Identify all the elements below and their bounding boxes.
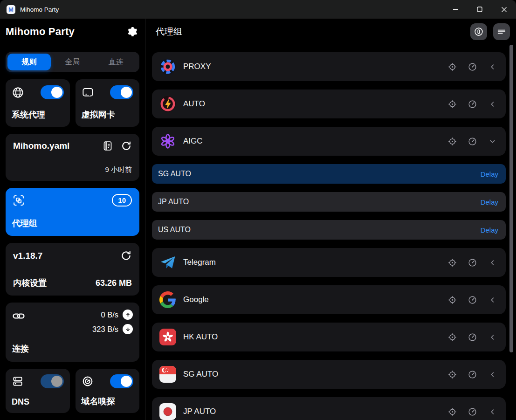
group-row-hk-auto[interactable]: HK AUTO <box>152 323 506 351</box>
proxy-node-name: SG AUTO <box>158 170 191 178</box>
locate-node-button[interactable] <box>447 332 457 342</box>
circled-zero-icon <box>474 27 484 37</box>
group-row-telegram[interactable]: Telegram <box>152 248 506 277</box>
expand-collapse-button[interactable] <box>487 136 497 146</box>
core-settings-label: 内核设置 <box>13 277 47 289</box>
core-settings-card[interactable]: v1.18.7 内核设置 63.26 MB <box>6 243 139 296</box>
sidebar-body: 规则 全局 直连 系统代理 <box>6 45 139 413</box>
speedometer-icon <box>468 62 477 72</box>
proxy-node-sg-auto[interactable]: SG AUTO Delay <box>152 164 506 184</box>
google-icon <box>159 291 176 308</box>
gear-icon <box>126 26 138 37</box>
tab-rule[interactable]: 规则 <box>7 54 51 70</box>
proxy-node-us-auto[interactable]: US AUTO Delay <box>152 220 506 240</box>
system-proxy-card[interactable]: 系统代理 <box>6 79 70 127</box>
sniffer-toggle[interactable] <box>110 374 133 388</box>
core-refresh-icon[interactable] <box>120 250 132 262</box>
sniffer-card[interactable]: 域名嗅探 <box>76 369 140 413</box>
group-row-auto[interactable]: AUTO <box>152 90 506 118</box>
delay-test-button[interactable] <box>467 369 477 379</box>
crosshair-icon <box>447 137 457 146</box>
core-memory-value: 63.26 MB <box>96 278 132 288</box>
delay-test-button[interactable] <box>467 136 477 146</box>
expand-collapse-button[interactable] <box>487 369 497 379</box>
titlebar-title: Mihomo Party <box>20 6 59 13</box>
profile-document-icon[interactable] <box>102 140 113 151</box>
profile-card[interactable]: Mihomo.yaml 9 小时前 <box>6 134 139 181</box>
proxy-node-name: JP AUTO <box>158 198 189 206</box>
proxy-node-jp-auto[interactable]: JP AUTO Delay <box>152 192 506 212</box>
hong-kong-flag-icon <box>159 329 176 345</box>
scrollbar-thumb[interactable] <box>509 45 513 352</box>
delay-test-button[interactable] <box>467 406 477 417</box>
proxy-groups-icon <box>12 194 25 207</box>
sniffer-label: 域名嗅探 <box>82 396 134 407</box>
group-row-aigc[interactable]: AIGC <box>152 127 506 156</box>
system-proxy-toggle[interactable] <box>41 85 64 99</box>
group-name: SG AUTO <box>183 370 218 379</box>
expand-collapse-button[interactable] <box>487 295 497 305</box>
group-row-jp-auto[interactable]: JP AUTO <box>152 397 506 420</box>
speedometer-icon <box>468 407 477 417</box>
crosshair-icon <box>447 407 457 417</box>
delay-button[interactable]: Delay <box>481 198 498 206</box>
proxy-node-name: US AUTO <box>158 226 191 234</box>
delay-button[interactable]: Delay <box>481 226 498 234</box>
chevron-left-icon <box>488 371 496 379</box>
dns-card[interactable]: DNS <box>6 369 70 413</box>
locate-node-button[interactable] <box>447 257 457 268</box>
tab-direct[interactable]: 直连 <box>94 54 138 70</box>
connections-card[interactable]: 0 B/s 323 B/s 连接 <box>6 303 139 362</box>
chevron-left-icon <box>488 259 496 267</box>
group-row-sg-auto[interactable]: SG AUTO <box>152 360 506 389</box>
locate-node-button[interactable] <box>447 295 457 305</box>
chevron-left-icon <box>488 100 496 108</box>
tun-card[interactable]: 虚拟网卡 <box>76 79 140 127</box>
locate-node-button[interactable] <box>447 99 457 109</box>
crosshair-icon <box>447 295 457 305</box>
maximize-button[interactable] <box>468 0 492 19</box>
tab-global[interactable]: 全局 <box>51 54 94 70</box>
delay-test-button[interactable] <box>467 99 477 109</box>
group-row-proxy[interactable]: PROXY <box>152 52 506 81</box>
speedometer-icon <box>468 258 477 268</box>
download-speed-row: 323 B/s <box>92 324 133 334</box>
virtual-nic-icon <box>82 86 94 99</box>
locate-node-button[interactable] <box>447 136 457 146</box>
delay-test-button[interactable] <box>467 257 477 268</box>
app-logo-icon: M <box>7 5 15 14</box>
expand-collapse-button[interactable] <box>487 62 497 72</box>
core-version: v1.18.7 <box>13 251 42 261</box>
locate-node-button[interactable] <box>447 369 457 379</box>
window-controls <box>443 0 516 19</box>
minimize-button[interactable] <box>443 0 468 19</box>
expand-collapse-button[interactable] <box>487 257 497 268</box>
dns-toggle[interactable] <box>41 374 64 388</box>
delay-button[interactable]: Delay <box>481 170 498 178</box>
delay-test-button[interactable] <box>467 295 477 305</box>
tun-toggle[interactable] <box>110 85 133 99</box>
speedometer-icon <box>468 295 477 305</box>
profile-refresh-icon[interactable] <box>121 140 132 151</box>
locate-node-button[interactable] <box>447 406 457 417</box>
delay-test-button[interactable] <box>467 62 477 72</box>
locate-node-button[interactable] <box>447 62 457 72</box>
text-lines-icon <box>496 27 507 37</box>
group-name: AUTO <box>183 99 205 109</box>
expand-collapse-button[interactable] <box>487 406 497 417</box>
group-name: AIGC <box>183 137 203 146</box>
crosshair-icon <box>447 370 457 379</box>
group-row-google[interactable]: Google <box>152 285 506 314</box>
sidebar-item-proxy-groups[interactable]: 10 代理组 <box>6 188 139 236</box>
chevron-left-icon <box>488 63 496 71</box>
settings-button[interactable] <box>124 24 139 39</box>
proxy-display-mode-button[interactable] <box>470 23 487 40</box>
main-panel: 代理组 PROXY <box>145 19 516 420</box>
page-title: 代理组 <box>156 26 182 38</box>
proxy-sort-button[interactable] <box>493 23 510 40</box>
expand-collapse-button[interactable] <box>487 99 497 109</box>
expand-collapse-button[interactable] <box>487 332 497 342</box>
delay-test-button[interactable] <box>467 332 477 342</box>
close-button[interactable] <box>492 0 516 19</box>
speedometer-icon <box>468 137 477 146</box>
